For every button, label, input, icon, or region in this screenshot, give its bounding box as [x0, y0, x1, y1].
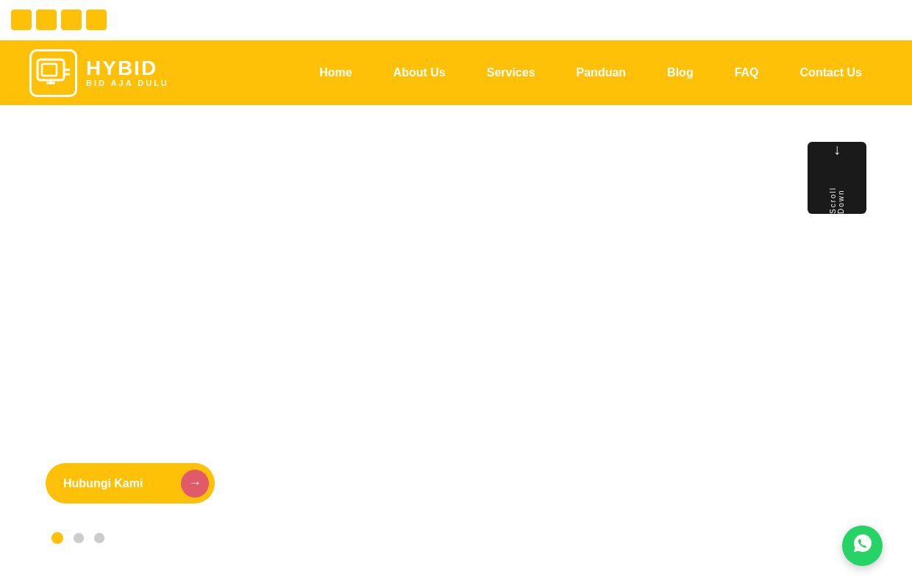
scroll-down-button[interactable]: ↓ Scroll Down	[808, 142, 866, 214]
square-1	[11, 10, 32, 30]
scroll-down-label: Scroll Down	[829, 161, 845, 214]
nav-item-panduan[interactable]: Panduan	[556, 66, 647, 79]
nav-item-blog[interactable]: Blog	[646, 66, 714, 79]
top-bar	[0, 0, 912, 40]
nav-item-about[interactable]: About Us	[373, 66, 466, 79]
nav-item-faq[interactable]: FAQ	[714, 66, 780, 79]
nav-item-home[interactable]: Home	[299, 66, 372, 79]
nav-link-contact[interactable]: Contact Us	[780, 66, 883, 79]
hero-section: Hubungi Kami → ↓ Scroll Down	[0, 105, 912, 588]
logo-text: HYBID BID AJA DULU	[86, 58, 169, 87]
nav-item-services[interactable]: Services	[466, 66, 556, 79]
square-4	[86, 10, 107, 30]
cta-button-label: Hubungi Kami	[63, 477, 143, 490]
nav-link-blog[interactable]: Blog	[646, 66, 714, 79]
dot-3[interactable]	[94, 533, 104, 543]
square-3	[61, 10, 82, 30]
logo-icon	[29, 49, 77, 97]
whatsapp-icon	[852, 533, 873, 559]
svg-rect-1	[42, 64, 57, 76]
nav-link-panduan[interactable]: Panduan	[556, 66, 647, 79]
nav-link-home[interactable]: Home	[299, 66, 372, 79]
dot-1[interactable]	[51, 532, 63, 544]
nav-item-contact[interactable]: Contact Us	[780, 66, 883, 79]
logo-sub-text: BID AJA DULU	[86, 79, 169, 87]
slider-dots	[51, 532, 104, 544]
chevron-down-icon: ↓	[833, 142, 841, 157]
arrow-right-icon: →	[181, 470, 209, 498]
logo-main-text: HYBID	[86, 58, 169, 79]
navbar: HYBID BID AJA DULU Home About Us Service…	[0, 40, 912, 105]
square-2	[36, 10, 57, 30]
cta-button[interactable]: Hubungi Kami →	[46, 463, 215, 503]
nav-link-faq[interactable]: FAQ	[714, 66, 780, 79]
whatsapp-fab[interactable]	[842, 526, 883, 566]
nav-links: Home About Us Services Panduan Blog FAQ …	[299, 66, 883, 79]
logo-link[interactable]: HYBID BID AJA DULU	[29, 49, 169, 97]
nav-link-about[interactable]: About Us	[373, 66, 466, 79]
nav-link-services[interactable]: Services	[466, 66, 556, 79]
dot-2[interactable]	[74, 533, 84, 543]
